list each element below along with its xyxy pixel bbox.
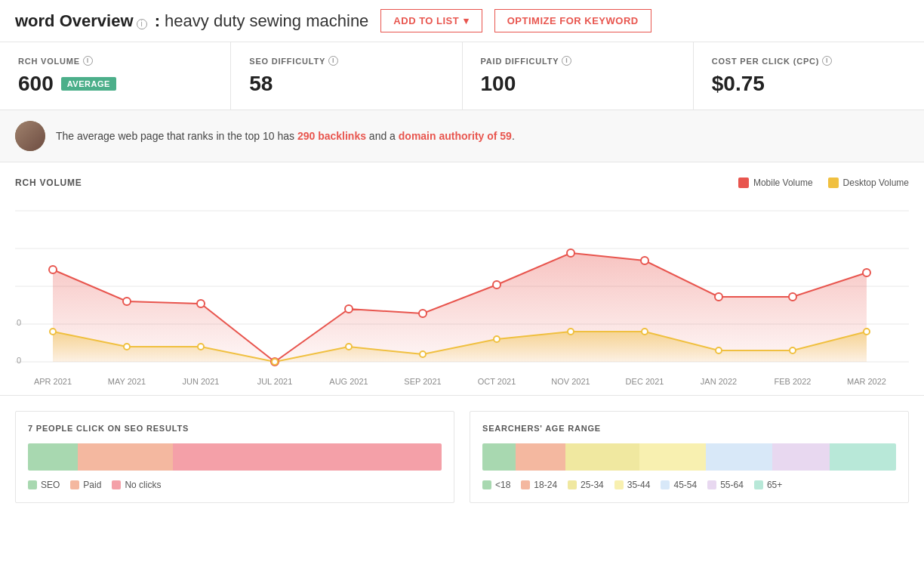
svg-point-23 <box>198 344 204 350</box>
age-range-card: SEARCHERS' AGE RANGE <18 18-24 25-34 <box>470 411 909 503</box>
age-bar-65plus <box>830 443 896 471</box>
title-text: word Overview <box>15 11 134 30</box>
search-volume-chart: 0 0 <box>15 196 909 392</box>
svg-text:MAY 2021: MAY 2021 <box>108 377 146 386</box>
metric-value-seo-difficulty: 58 <box>249 72 443 96</box>
legend-label-35-44: 35-44 <box>627 480 651 490</box>
age-bar-35-44 <box>639 443 706 471</box>
svg-text:MAR 2022: MAR 2022 <box>847 377 886 386</box>
legend-dot-u18 <box>482 480 491 489</box>
legend-label-noclicks: No clicks <box>125 480 161 490</box>
seo-bar-legend: SEO Paid No clicks <box>28 480 442 490</box>
legend-dot-35-44 <box>614 480 624 489</box>
info-banner: The average web page that ranks in the t… <box>0 110 924 162</box>
age-bar-chart <box>482 443 896 471</box>
metric-cpc: COST PER CLICK (CPC) i $0.75 <box>694 42 924 110</box>
metric-value-paid-difficulty: 100 <box>481 72 675 96</box>
legend-dot-18-24 <box>521 480 530 489</box>
info-icon-seo-difficulty[interactable]: i <box>328 56 338 66</box>
metric-value-search-volume: 600 AVERAGE <box>18 72 212 96</box>
header-bar: word Overviewi : heavy duty sewing machi… <box>0 0 924 42</box>
chevron-down-icon: ▾ <box>464 15 470 26</box>
bottom-section: 7 PEOPLE CLICK ON SEO RESULTS SEO Paid N… <box>0 396 924 518</box>
info-icon[interactable]: i <box>137 19 147 29</box>
legend-item-55-64: 55-64 <box>707 480 744 490</box>
legend-dot-seo <box>28 480 37 489</box>
domain-authority-link[interactable]: domain authority of 59 <box>399 130 512 142</box>
chart-section: RCH VOLUME Mobile Volume Desktop Volume … <box>0 162 924 396</box>
avatar-image <box>15 121 45 151</box>
metric-label-search-volume: RCH VOLUME i <box>18 56 212 66</box>
legend-label-45-54: 45-54 <box>673 480 697 490</box>
seo-click-title: 7 PEOPLE CLICK ON SEO RESULTS <box>28 424 442 433</box>
age-bar-45-54 <box>706 443 772 471</box>
legend-item-45-54: 45-54 <box>661 480 697 490</box>
age-bar-legend: <18 18-24 25-34 35-44 45-54 55-64 <box>482 480 896 490</box>
age-bar-18-24 <box>516 443 565 471</box>
metric-value-cpc: $0.75 <box>712 72 906 96</box>
metric-label-paid-difficulty: PAID DIFFICULTY i <box>481 56 675 66</box>
svg-point-21 <box>50 329 56 335</box>
metric-paid-difficulty: PAID DIFFICULTY i 100 <box>463 42 694 110</box>
svg-point-19 <box>789 293 796 301</box>
legend-item-seo: SEO <box>28 480 60 490</box>
average-badge: AVERAGE <box>61 77 116 91</box>
legend-dot-55-64 <box>707 480 716 489</box>
svg-point-25 <box>346 344 352 350</box>
legend-dot-45-54 <box>661 480 670 489</box>
legend-item-noclicks: No clicks <box>112 480 161 490</box>
legend-desktop-dot <box>828 178 839 188</box>
backlinks-highlight: 290 backlinks <box>297 130 366 142</box>
optimize-keyword-button[interactable]: OPTIMIZE FOR KEYWORD <box>494 9 651 32</box>
legend-desktop-volume: Desktop Volume <box>828 178 909 188</box>
svg-point-10 <box>123 298 131 305</box>
legend-mobile-volume: Mobile Volume <box>738 178 813 188</box>
metric-seo-difficulty: SEO DIFFICULTY i 58 <box>231 42 462 110</box>
legend-label-18-24: 18-24 <box>534 480 557 490</box>
chart-title: RCH VOLUME <box>15 178 82 188</box>
svg-point-16 <box>567 249 574 257</box>
svg-point-20 <box>863 269 870 276</box>
legend-item-paid: Paid <box>70 480 101 490</box>
legend-label-25-34: 25-34 <box>581 480 604 490</box>
legend-item-25-34: 25-34 <box>568 480 604 490</box>
avatar <box>15 121 45 151</box>
info-icon-cpc[interactable]: i <box>822 56 832 66</box>
svg-marker-7 <box>53 253 867 362</box>
svg-point-32 <box>864 329 870 335</box>
legend-label-65plus: 65+ <box>767 480 782 490</box>
svg-point-29 <box>642 329 648 335</box>
metric-label-cpc: COST PER CLICK (CPC) i <box>712 56 906 66</box>
legend-item-65plus: 65+ <box>754 480 782 490</box>
legend-label-u18: <18 <box>495 480 510 490</box>
svg-point-11 <box>197 300 205 307</box>
svg-point-22 <box>124 344 130 350</box>
svg-text:JUL 2021: JUL 2021 <box>257 377 293 386</box>
svg-point-24 <box>272 359 278 365</box>
add-to-list-button[interactable]: ADD TO LIST ▾ <box>380 9 482 32</box>
svg-point-27 <box>494 336 500 342</box>
legend-item-u18: <18 <box>482 480 510 490</box>
legend-dot-25-34 <box>568 480 577 489</box>
seo-bar-paid <box>78 443 173 471</box>
svg-point-30 <box>716 347 722 353</box>
legend-item-18-24: 18-24 <box>521 480 557 490</box>
legend-dot-65plus <box>754 480 763 489</box>
svg-point-26 <box>420 351 426 357</box>
age-bar-u18 <box>482 443 516 471</box>
info-icon-paid-difficulty[interactable]: i <box>562 56 571 66</box>
svg-text:NOV 2021: NOV 2021 <box>551 377 590 386</box>
svg-point-15 <box>493 281 500 289</box>
keyword-text: heavy duty sewing machine <box>165 11 368 30</box>
seo-click-card: 7 PEOPLE CLICK ON SEO RESULTS SEO Paid N… <box>15 411 454 503</box>
svg-point-18 <box>715 293 722 301</box>
legend-mobile-dot <box>738 178 749 188</box>
svg-text:0: 0 <box>17 318 21 327</box>
svg-text:JAN 2022: JAN 2022 <box>701 377 737 386</box>
info-icon-search-volume[interactable]: i <box>83 56 93 66</box>
seo-bar-seo <box>28 443 78 471</box>
legend-mobile-label: Mobile Volume <box>753 178 813 188</box>
svg-point-14 <box>419 310 427 317</box>
legend-dot-paid <box>70 480 79 489</box>
chart-container: 0 0 <box>15 196 909 395</box>
